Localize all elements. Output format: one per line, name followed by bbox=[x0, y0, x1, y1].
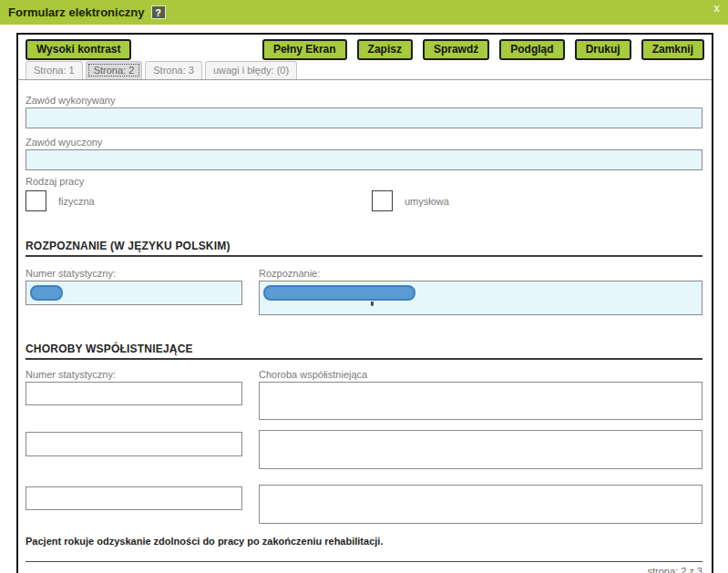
page-indicator: strona: 2 z 3 bbox=[26, 566, 702, 573]
redacted-value-blob bbox=[30, 285, 63, 301]
tab-uwagi-bledy[interactable]: uwagi i błędy: (0) bbox=[205, 61, 297, 79]
zawod-wykonywany-input[interactable] bbox=[26, 107, 702, 128]
fizyczna-option: fizyczna bbox=[26, 190, 95, 211]
choroby-row-2 bbox=[26, 430, 702, 469]
choroby-row-1-numer-input[interactable] bbox=[26, 382, 242, 405]
sprawdz-button[interactable]: Sprawdź bbox=[423, 39, 489, 60]
rozpoznanie-label: Rozpoznanie: bbox=[259, 268, 702, 279]
redacted-text-tail bbox=[371, 302, 374, 306]
fizyczna-label: fizyczna bbox=[58, 196, 95, 207]
rozpoznanie-section-title: ROZPOZNANIE (W JĘZYKU POLSKIM) bbox=[26, 240, 702, 257]
rozpoznanie-fields-row bbox=[26, 281, 702, 315]
form-content: Zawód wykonywany Zawód wyuczony Rodzaj p… bbox=[18, 95, 712, 573]
rodzaj-pracy-options: fizyczna umysłowa bbox=[26, 190, 702, 212]
wysoki-kontrast-button[interactable]: Wysoki kontrast bbox=[26, 39, 131, 60]
window-title: Formularz elektroniczny bbox=[8, 5, 145, 19]
zapisz-button[interactable]: Zapisz bbox=[357, 39, 413, 60]
drukuj-button[interactable]: Drukuj bbox=[575, 39, 631, 60]
rodzaj-pracy-label: Rodzaj pracy bbox=[26, 176, 702, 187]
tab-strona-3[interactable]: Strona: 3 bbox=[145, 61, 202, 79]
umyslowa-checkbox[interactable] bbox=[372, 190, 393, 211]
help-icon[interactable]: ? bbox=[151, 5, 166, 19]
choroby-row-3-numer-input[interactable] bbox=[26, 486, 242, 510]
page-tabs: Strona: 1 Strona: 2 Strona: 3 uwagi i bł… bbox=[18, 60, 712, 80]
toolbar-right-group: Pełny Ekran Zapisz Sprawdź Podgląd Druku… bbox=[262, 39, 704, 60]
rozpoznanie-labels-row: Numer statystyczny: Rozpoznanie: bbox=[26, 268, 702, 279]
footer-divider bbox=[26, 561, 702, 562]
choroby-row-3-choroba-textarea[interactable] bbox=[259, 485, 702, 524]
zawod-wyuczony-input[interactable] bbox=[26, 149, 702, 170]
choroby-section-title: CHOROBY WSPÓŁISTNIEJĄCE bbox=[26, 343, 702, 360]
zawod-wykonywany-label: Zawód wykonywany bbox=[26, 95, 702, 106]
umyslowa-option: umysłowa bbox=[372, 190, 449, 211]
form-panel: Wysoki kontrast Pełny Ekran Zapisz Spraw… bbox=[16, 33, 713, 573]
window-titlebar: Formularz elektroniczny ? x bbox=[0, 0, 728, 25]
tab-strona-1[interactable]: Strona: 1 bbox=[26, 61, 83, 79]
rozpoznanie-numer-label: Numer statystyczny: bbox=[26, 268, 242, 279]
choroby-numer-label: Numer statystyczny: bbox=[26, 369, 242, 380]
choroby-row-2-choroba-textarea[interactable] bbox=[259, 430, 702, 469]
choroby-row-1-choroba-textarea[interactable] bbox=[259, 382, 702, 420]
toolbar: Wysoki kontrast Pełny Ekran Zapisz Spraw… bbox=[18, 35, 712, 60]
podglad-button[interactable]: Podgląd bbox=[499, 39, 564, 60]
fizyczna-checkbox[interactable] bbox=[26, 190, 46, 211]
redacted-value-blob bbox=[263, 285, 415, 301]
choroby-row-3 bbox=[26, 485, 702, 524]
choroby-row-1 bbox=[26, 382, 702, 420]
choroba-wspolistniejaca-label: Choroba współistniejąca bbox=[259, 369, 702, 380]
rozpoznanie-textarea[interactable] bbox=[259, 281, 702, 315]
tab-strona-2[interactable]: Strona: 2 bbox=[86, 61, 143, 79]
rozpoznanie-numer-input[interactable] bbox=[26, 281, 242, 305]
zamknij-button[interactable]: Zamknij bbox=[641, 39, 704, 60]
choroby-labels-row: Numer statystyczny: Choroba współistniej… bbox=[26, 369, 702, 380]
pelny-ekran-button[interactable]: Pełny Ekran bbox=[262, 39, 347, 60]
footer-note: Pacjent rokuje odzyskanie zdolności do p… bbox=[26, 536, 702, 547]
close-icon[interactable]: x bbox=[713, 3, 720, 14]
choroby-row-2-numer-input[interactable] bbox=[26, 432, 242, 456]
zawod-wyuczony-label: Zawód wyuczony bbox=[26, 137, 702, 148]
umyslowa-label: umysłowa bbox=[405, 196, 449, 207]
